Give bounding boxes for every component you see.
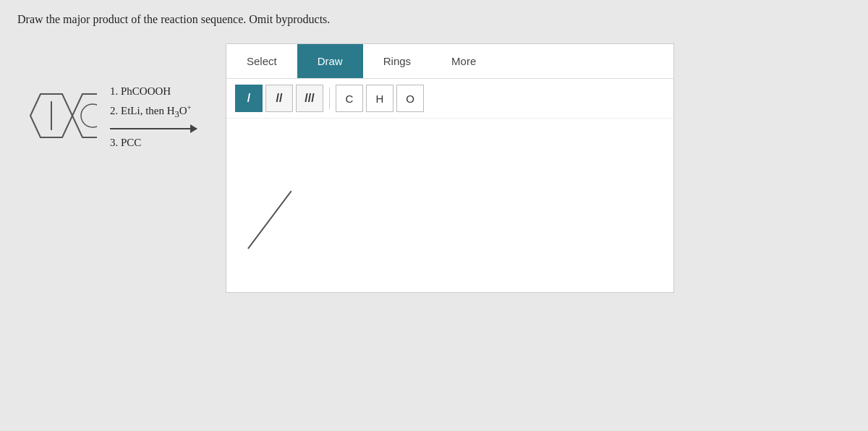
tab-rings[interactable]: Rings — [363, 44, 431, 78]
svg-point-2 — [81, 104, 97, 127]
left-panel: 1. PhCOOOH 2. EtLi, then H3O+ 3. PCC — [17, 43, 197, 159]
tab-select[interactable]: Select — [226, 44, 297, 78]
tab-more[interactable]: More — [431, 44, 496, 78]
molecule-diagram — [17, 72, 97, 159]
tool-separator — [329, 88, 330, 109]
svg-line-4 — [248, 191, 292, 249]
step-1: 1. PhCOOOH — [110, 82, 197, 101]
svg-marker-1 — [72, 94, 97, 137]
toolbar: Select Draw Rings More — [226, 44, 673, 79]
step-3: 3. PCC — [110, 137, 197, 149]
drawing-tools-row: / // /// C H O — [226, 79, 673, 119]
instruction-text: Draw the major product of the reaction s… — [17, 13, 851, 26]
triple-bond-button[interactable]: /// — [296, 85, 323, 112]
double-bond-button[interactable]: // — [265, 85, 293, 112]
oxygen-button[interactable]: O — [396, 85, 424, 112]
step-2: 2. EtLi, then H3O+ — [110, 101, 197, 122]
reaction-block: 1. PhCOOOH 2. EtLi, then H3O+ 3. PCC — [110, 82, 197, 149]
carbon-button[interactable]: C — [336, 85, 363, 112]
hydrogen-button[interactable]: H — [366, 85, 393, 112]
drawing-canvas[interactable] — [226, 119, 673, 292]
reaction-steps: 1. PhCOOOH 2. EtLi, then H3O+ — [110, 82, 197, 122]
canvas-area[interactable] — [226, 119, 673, 292]
canvas-line-svg — [226, 119, 673, 292]
single-bond-button[interactable]: / — [235, 85, 263, 112]
main-content: 1. PhCOOOH 2. EtLi, then H3O+ 3. PCC Sel… — [17, 43, 851, 293]
page-container: Draw the major product of the reaction s… — [17, 13, 851, 293]
drawing-panel: Select Draw Rings More / // /// C H O — [226, 43, 674, 293]
reaction-arrow — [110, 128, 197, 129]
tab-draw[interactable]: Draw — [297, 44, 363, 78]
